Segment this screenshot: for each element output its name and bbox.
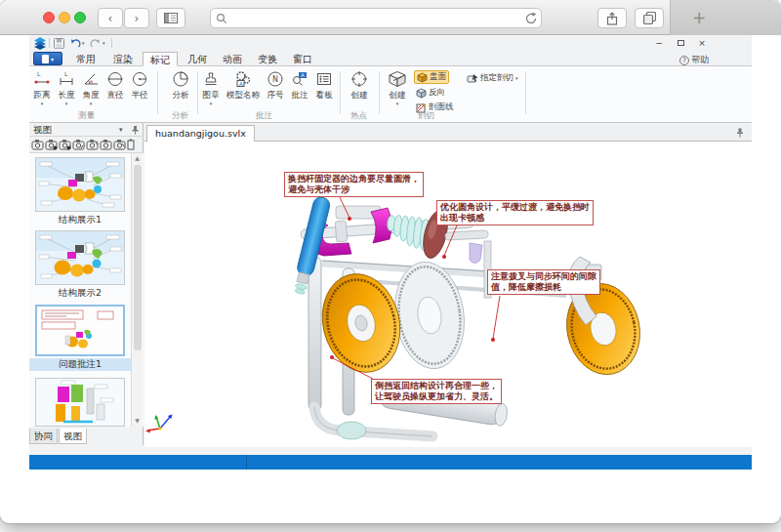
- distance-button[interactable]: L 距离 ▾: [29, 70, 55, 119]
- browser-toolbar: ‹ ›: [0, 0, 781, 35]
- save-icon[interactable]: [54, 38, 64, 49]
- tab-markup[interactable]: 标记: [143, 52, 178, 66]
- axis-triad: [145, 414, 173, 432]
- scrollbar-thumb[interactable]: [134, 165, 142, 350]
- annotation-text: 让驾驶员操纵更加省力、灵活。: [375, 391, 498, 402]
- app-maximize-button[interactable]: [678, 40, 684, 46]
- svg-text:A: A: [239, 81, 243, 87]
- group-label-analysis: 分析: [172, 110, 188, 122]
- scroll-down-icon[interactable]: ▼: [132, 417, 143, 424]
- view-label-structure2[interactable]: 结构展示2: [29, 287, 131, 300]
- pin-icon[interactable]: [131, 125, 140, 135]
- sidebar-icon: [164, 13, 178, 23]
- reverse-section-icon: [416, 88, 427, 99]
- app-logo-icon: [33, 37, 47, 50]
- annotation-callout-3[interactable]: 注意拨叉与同步环间的间隙 值，降低摩擦损耗: [487, 269, 600, 295]
- panel-bottom-tabs: 协同 视图: [29, 429, 88, 445]
- view-thumbnail-4[interactable]: [35, 378, 125, 427]
- views-panel-title: 视图: [33, 124, 52, 137]
- svg-text:a: a: [90, 78, 93, 84]
- diameter-button[interactable]: 直径: [103, 70, 128, 119]
- tab-render[interactable]: 渲染: [105, 52, 141, 66]
- new-view-camera-icon[interactable]: [31, 139, 44, 150]
- view-thumbnail-structure1[interactable]: [35, 157, 125, 212]
- annotation-text: 换挡杆固定器的边角要尽量圆滑，: [288, 174, 420, 184]
- apply-view-camera-icon[interactable]: [72, 139, 85, 150]
- app-minimize-button[interactable]: −: [652, 37, 666, 49]
- redo-icon[interactable]: [90, 38, 102, 49]
- panel-caret-icon[interactable]: ▾: [119, 126, 123, 134]
- section-create-button[interactable]: 创建 ▾: [385, 70, 410, 119]
- minimize-traffic-light[interactable]: [59, 12, 70, 23]
- group-label-measure: 测量: [78, 110, 95, 122]
- caret-down-icon: ▾: [29, 102, 55, 106]
- back-button[interactable]: ‹: [98, 8, 123, 28]
- group-separator: [197, 71, 198, 114]
- caret-down-icon: ▾: [54, 102, 79, 106]
- document-tab-bar: huandangjigou.svlx: [144, 124, 752, 142]
- stamp-icon: [202, 70, 220, 88]
- tab-transform[interactable]: 变换: [250, 52, 285, 66]
- board-button[interactable]: 看板: [312, 70, 336, 119]
- length-button[interactable]: L 长度 ▾: [54, 70, 79, 119]
- new-tab-button[interactable]: +: [670, 0, 781, 35]
- reload-icon[interactable]: [524, 12, 538, 25]
- zoom-traffic-light[interactable]: [74, 12, 86, 23]
- tab-window[interactable]: 窗口: [285, 52, 320, 66]
- divider: [111, 38, 112, 48]
- stamp-button[interactable]: 图章 ▾: [199, 70, 223, 119]
- tab-views[interactable]: 视图: [59, 429, 87, 444]
- annotation-callout-4[interactable]: 倒挡返回结构设计再合理一些， 让驾驶员操纵更加省力、灵活。: [371, 379, 502, 404]
- status-bar-divider: [246, 455, 247, 470]
- view-list-icon[interactable]: [127, 139, 135, 150]
- group-separator: [379, 71, 380, 114]
- view-label-structure1[interactable]: 结构展示1: [29, 214, 131, 226]
- close-traffic-light[interactable]: [43, 12, 55, 23]
- scroll-up-icon[interactable]: ▲: [132, 154, 143, 161]
- browser-window: ‹ ›: [0, 0, 781, 523]
- copy-view-camera-icon[interactable]: [100, 139, 112, 150]
- help-button[interactable]: ? 帮助: [679, 54, 709, 66]
- share-button[interactable]: [597, 8, 627, 28]
- cap-face-button[interactable]: 盖面: [414, 70, 449, 84]
- sort-view-camera-icon[interactable]: [86, 139, 99, 150]
- delete-view-camera-icon[interactable]: [113, 139, 126, 150]
- caret-down-icon: ▾: [78, 102, 103, 106]
- cap-face-icon: [417, 72, 428, 83]
- undo-caret-icon[interactable]: ▾: [82, 41, 85, 46]
- caret-down-icon: ▾: [199, 102, 223, 106]
- tab-collaboration[interactable]: 协同: [29, 429, 58, 444]
- thumbnail-3d-preview: [36, 231, 124, 284]
- tab-animation[interactable]: 动画: [215, 52, 250, 66]
- radius-button[interactable]: 半径: [127, 70, 152, 119]
- tab-geometry[interactable]: 几何: [180, 52, 215, 66]
- view-label-issue1[interactable]: 问题批注1: [29, 358, 131, 371]
- reverse-section-button[interactable]: 反向: [414, 86, 447, 100]
- annotation-button[interactable]: A 批注: [288, 70, 311, 119]
- undo-icon[interactable]: [69, 38, 81, 49]
- view-thumbnail-structure2[interactable]: [35, 230, 125, 285]
- update-view-camera-icon[interactable]: [45, 139, 58, 150]
- forward-button[interactable]: ›: [124, 8, 149, 28]
- redo-caret-icon[interactable]: ▾: [103, 41, 105, 46]
- address-search-field[interactable]: [210, 8, 542, 28]
- panel-scrollbar[interactable]: ▲ ▼: [131, 153, 143, 427]
- sidebar-toggle-button[interactable]: [156, 8, 185, 28]
- svg-text:N: N: [272, 75, 278, 84]
- annotation-callout-2[interactable]: 优化圆角设计，平缓过渡，避免换挡时 出现卡顿感: [436, 200, 594, 225]
- viewport-3d[interactable]: 换挡杆固定器的边角要尽量圆滑， 避免与壳体干涉 优化圆角设计，平缓过渡，避免换挡…: [144, 142, 752, 447]
- svg-text:A: A: [301, 72, 305, 78]
- doc-pin-icon[interactable]: [736, 128, 744, 138]
- group-label-hotspot: 热点: [350, 110, 367, 122]
- rename-view-camera-icon[interactable]: [59, 139, 71, 150]
- annotation-callout-1[interactable]: 换挡杆固定器的边角要尽量圆滑， 避免与壳体干涉: [284, 172, 424, 197]
- app-close-button[interactable]: ×: [695, 37, 709, 49]
- tab-overview-button[interactable]: [635, 8, 664, 28]
- tab-common[interactable]: 常用: [68, 52, 103, 66]
- thumbnail-3d-preview: [37, 307, 123, 354]
- document-tab[interactable]: huandangjigou.svlx: [146, 125, 255, 142]
- share-icon: [606, 12, 618, 25]
- view-thumbnail-issue1[interactable]: [35, 305, 125, 356]
- file-menu-button[interactable]: ▾: [33, 52, 62, 65]
- specify-section-button[interactable]: 指定剖切 ▾: [465, 71, 520, 85]
